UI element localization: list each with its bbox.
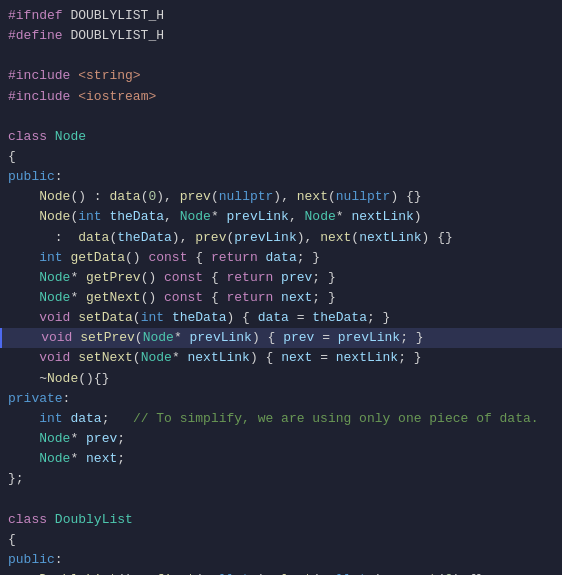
line-5: #include <iostream> (0, 87, 562, 107)
line-19: ~Node(){} (0, 369, 562, 389)
line-4: #include <string> (0, 66, 562, 86)
line-7: class Node (0, 127, 562, 147)
line-3 (0, 46, 562, 66)
line-10: Node() : data(0), prev(nullptr), next(nu… (0, 187, 562, 207)
line-1: #ifndef DOUBLYLIST_H (0, 6, 562, 26)
line-28: public: (0, 550, 562, 570)
line-21: int data; // To simplify, we are using o… (0, 409, 562, 429)
line-27: { (0, 530, 562, 550)
line-2: #define DOUBLYLIST_H (0, 26, 562, 46)
line-16: void setData(int theData) { data = theDa… (0, 308, 562, 328)
line-26: class DoublyList (0, 510, 562, 530)
line-6 (0, 107, 562, 127)
line-25 (0, 489, 562, 509)
line-22: Node* prev; (0, 429, 562, 449)
line-13: int getData() const { return data; } (0, 248, 562, 268)
line-11: Node(int theData, Node* prevLink, Node* … (0, 207, 562, 227)
line-20: private: (0, 389, 562, 409)
line-12: : data(theData), prev(prevLink), next(ne… (0, 228, 562, 248)
line-15: Node* getNext() const { return next; } (0, 288, 562, 308)
line-23: Node* next; (0, 449, 562, 469)
code-editor: #ifndef DOUBLYLIST_H #define DOUBLYLIST_… (0, 0, 562, 575)
line-8: { (0, 147, 562, 167)
line-29: DoublyList() : first(nullptr), last(null… (0, 570, 562, 575)
line-14: Node* getPrev() const { return prev; } (0, 268, 562, 288)
line-17: void setPrev(Node* prevLink) { prev = pr… (0, 328, 562, 348)
line-24: }; (0, 469, 562, 489)
line-18: void setNext(Node* nextLink) { next = ne… (0, 348, 562, 368)
line-9: public: (0, 167, 562, 187)
